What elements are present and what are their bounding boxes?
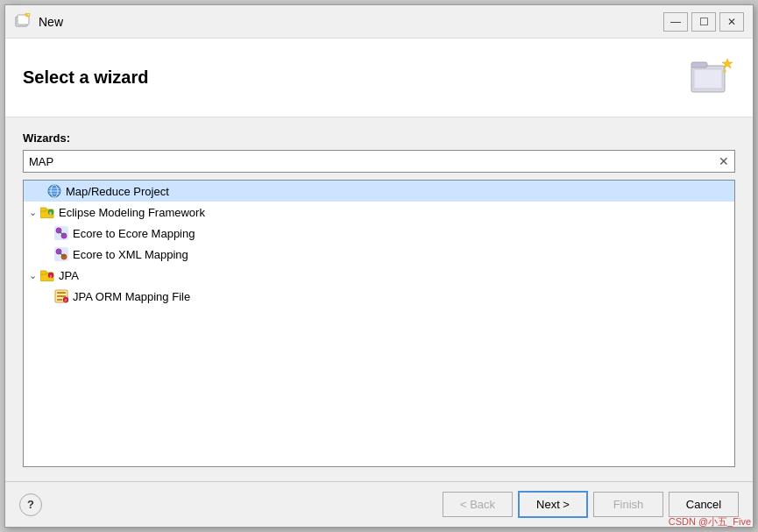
tree-item-ecore-xml[interactable]: Ecore to XML Mapping bbox=[24, 244, 734, 265]
svg-text:J: J bbox=[65, 298, 67, 302]
content-section: Wizards: ✕ Map/Reduce P bbox=[5, 117, 753, 481]
jpa-folder-icon: J bbox=[39, 267, 55, 283]
svg-rect-35 bbox=[57, 295, 66, 297]
back-button[interactable]: < Back bbox=[443, 492, 513, 517]
footer-left: ? bbox=[19, 493, 436, 516]
svg-text:J: J bbox=[50, 274, 52, 279]
wizards-label: Wizards: bbox=[23, 131, 735, 145]
tree-item-jpa-orm[interactable]: J JPA ORM Mapping File bbox=[24, 286, 734, 307]
footer-buttons: < Back Next > Finish Cancel bbox=[443, 491, 739, 518]
help-button[interactable]: ? bbox=[19, 493, 42, 516]
wizard-tree[interactable]: Map/Reduce Project ⌄ E Eclipse Modeling … bbox=[23, 180, 735, 467]
ecore-mapping-icon bbox=[53, 225, 69, 241]
window-controls: — ☐ ✕ bbox=[663, 12, 744, 32]
finish-button[interactable]: Finish bbox=[593, 492, 663, 517]
next-button[interactable]: Next > bbox=[518, 491, 588, 518]
tree-item-emf[interactable]: ⌄ E Eclipse Modeling Framework bbox=[24, 202, 734, 223]
new-wizard-dialog: ★ New — ☐ ✕ Select a wizard Wizards: bbox=[4, 4, 754, 528]
svg-rect-16 bbox=[40, 208, 46, 211]
search-input[interactable] bbox=[24, 152, 713, 172]
close-button[interactable]: ✕ bbox=[719, 12, 744, 32]
cancel-button[interactable]: Cancel bbox=[669, 492, 739, 517]
header-section: Select a wizard bbox=[5, 39, 753, 117]
tree-item-label: Eclipse Modeling Framework bbox=[59, 206, 205, 219]
tree-item-label: JPA bbox=[59, 269, 79, 282]
search-row: ✕ bbox=[23, 150, 735, 173]
svg-rect-34 bbox=[57, 292, 66, 294]
svg-text:E: E bbox=[50, 211, 53, 216]
watermark: CSDN @小五_Five bbox=[669, 515, 751, 528]
svg-rect-6 bbox=[691, 62, 707, 67]
svg-rect-36 bbox=[57, 299, 62, 301]
tree-item-label: Map/Reduce Project bbox=[66, 185, 169, 198]
wizard-icon bbox=[687, 53, 735, 102]
tree-item-label: JPA ORM Mapping File bbox=[73, 290, 190, 303]
tree-item-map-reduce[interactable]: Map/Reduce Project bbox=[24, 181, 734, 202]
tree-item-label: Ecore to Ecore Mapping bbox=[73, 227, 195, 240]
page-title: Select a wizard bbox=[23, 67, 148, 88]
minimize-button[interactable]: — bbox=[663, 12, 688, 32]
chevron-down-icon: ⌄ bbox=[29, 207, 37, 218]
svg-rect-7 bbox=[694, 69, 722, 89]
emf-folder-icon: E bbox=[39, 204, 55, 220]
dialog-icon: ★ bbox=[14, 13, 32, 31]
chevron-down-icon: ⌄ bbox=[29, 270, 37, 281]
svg-rect-30 bbox=[40, 271, 46, 274]
ecore-xml-icon bbox=[53, 246, 69, 262]
svg-point-9 bbox=[723, 69, 726, 73]
clear-search-button[interactable]: ✕ bbox=[713, 151, 734, 172]
footer-section: ? < Back Next > Finish Cancel bbox=[5, 481, 753, 527]
title-bar: ★ New — ☐ ✕ bbox=[5, 5, 753, 39]
dialog-title: New bbox=[39, 15, 663, 29]
globe-icon bbox=[46, 183, 62, 199]
svg-text:★: ★ bbox=[27, 13, 30, 17]
tree-item-ecore-ecore[interactable]: Ecore to Ecore Mapping bbox=[24, 223, 734, 244]
tree-item-label: Ecore to XML Mapping bbox=[73, 248, 188, 261]
tree-item-jpa[interactable]: ⌄ J JPA bbox=[24, 265, 734, 286]
maximize-button[interactable]: ☐ bbox=[691, 12, 716, 32]
jpa-orm-icon: J bbox=[53, 288, 69, 304]
